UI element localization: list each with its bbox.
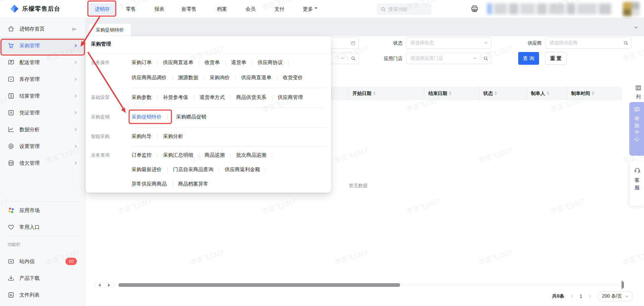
store-select[interactable]: 请选择应用门店 xyxy=(406,53,491,64)
sidebar-item-inventory[interactable]: 库存管理 xyxy=(0,71,86,88)
column-header-status[interactable]: 状态 xyxy=(479,87,497,100)
menu-item[interactable]: 采购分析 xyxy=(157,133,189,140)
menu-item[interactable]: 供应商返利金额 xyxy=(219,166,266,173)
sidebar-item-label: 站内信 xyxy=(19,258,35,265)
column-header-start-date[interactable]: 开始日期 xyxy=(348,87,376,100)
column-label: 开始日期 xyxy=(353,87,371,100)
menu-item[interactable]: 采购汇总明细 xyxy=(157,152,199,158)
collapse-sidebar-icon[interactable] xyxy=(71,26,77,32)
scroll-right-icon[interactable] xyxy=(108,284,112,287)
sidebar-item-delivery[interactable]: 配送管理 xyxy=(0,54,86,71)
printer-icon[interactable] xyxy=(470,4,479,13)
sidebar-item-purchase[interactable]: 采购管理 xyxy=(0,37,86,54)
menu-item[interactable]: 收货单 xyxy=(199,59,225,66)
menu-item[interactable]: 订单监控 xyxy=(131,152,157,158)
topnav-item-baobiao[interactable]: 报表 xyxy=(154,0,164,18)
menu-item[interactable]: 退货单 xyxy=(225,59,252,66)
menu-item[interactable]: 供应商协议 xyxy=(252,59,288,66)
sidebar-item-files[interactable]: 文件列表 xyxy=(0,287,86,303)
page-size-select[interactable]: 200 条/页 xyxy=(598,291,633,301)
sort-icon[interactable] xyxy=(373,90,376,97)
sidebar-item-downloads[interactable]: 产品下载 xyxy=(0,270,86,287)
search-icon[interactable] xyxy=(623,40,629,46)
sort-icon[interactable] xyxy=(494,90,497,97)
menu-item[interactable]: 批次商品追溯 xyxy=(230,152,272,158)
column-settings-tool[interactable]: 列 xyxy=(632,85,644,100)
store-placeholder: 请选择应用门店 xyxy=(406,55,473,61)
column-label: 结束日期 xyxy=(428,87,447,100)
query-button[interactable]: 查 询 xyxy=(518,52,539,65)
menu-item[interactable]: 采购向导 xyxy=(131,133,157,140)
heart-icon xyxy=(7,223,15,231)
column-header-create-time[interactable]: 制单时间 xyxy=(567,87,594,100)
scroll-left-icon[interactable] xyxy=(97,284,101,287)
sidebar-item-settlement[interactable]: $ 结算管理 xyxy=(0,88,86,104)
menu-item[interactable]: 补货参考值 xyxy=(157,94,194,101)
search-input[interactable] xyxy=(388,6,425,12)
search-icon[interactable] xyxy=(351,56,356,61)
sidebar: 进销存首页 采购管理 配送管理 库存管理 $ 结算管理 凭证管理 数据分析 设置… xyxy=(0,18,86,306)
menu-item[interactable]: 供应商商品调价 xyxy=(131,74,172,81)
sidebar-item-voucher[interactable]: 凭证管理 xyxy=(0,104,86,121)
sort-icon[interactable] xyxy=(547,90,549,97)
avatar[interactable] xyxy=(623,2,640,16)
topnav-item-more[interactable]: 更多 xyxy=(303,0,317,18)
topnav-item-huiyuan[interactable]: 会员 xyxy=(246,0,256,18)
column-header-creator[interactable]: 制单人 xyxy=(527,87,549,100)
menu-item[interactable]: 采购询价 xyxy=(204,74,235,81)
chevron-right-icon xyxy=(73,60,77,64)
menu-item[interactable]: 商品追溯 xyxy=(199,152,230,158)
sidebar-item-favorites[interactable]: 常用入口 xyxy=(0,219,86,236)
customer-service-button[interactable]: 客服 xyxy=(630,161,644,206)
hscrollbar[interactable] xyxy=(116,283,620,287)
sidebar-item-home[interactable]: 进销存首页 xyxy=(0,20,86,37)
sidebar-item-settings[interactable]: 设置管理 xyxy=(0,138,86,155)
menu-item-purchase-promo-special[interactable]: 采购促销特价 xyxy=(131,114,167,120)
hscroll-step-buttons[interactable] xyxy=(95,283,114,288)
status-select[interactable]: 请选择状态 xyxy=(406,37,491,49)
topnav-item-jinxiaocun[interactable]: 进销存 xyxy=(89,3,115,15)
reset-button[interactable]: 重 置 xyxy=(545,52,567,65)
topnav-item-xinlingshou[interactable]: 新零售 xyxy=(181,0,197,18)
sidebar-item-app-market[interactable]: 应用市场 xyxy=(0,202,86,219)
sidebar-item-messages[interactable]: 站内信 10 xyxy=(0,253,86,270)
menu-item[interactable]: 供应商直退单 xyxy=(235,74,277,81)
help-center-button[interactable]: 帮助中心 xyxy=(629,102,644,156)
menu-item[interactable]: 商品供货关系 xyxy=(230,94,272,101)
tab-purchase-promo-special[interactable]: 采购促销特价 xyxy=(89,24,131,36)
scroll-right-end-icon[interactable] xyxy=(622,282,625,288)
menu-item[interactable]: 异常供应商商品 xyxy=(131,181,172,187)
sort-icon[interactable] xyxy=(592,90,594,97)
current-page[interactable]: 1 xyxy=(580,294,582,299)
sidebar-item-analytics[interactable]: 数据分析 xyxy=(0,121,86,138)
column-label: 状态 xyxy=(483,87,493,100)
sort-icon[interactable] xyxy=(449,90,451,97)
next-page-icon[interactable] xyxy=(588,294,592,299)
chevron-down-icon[interactable] xyxy=(633,25,639,30)
home-icon xyxy=(7,25,15,33)
supplier-input[interactable]: 请选择供应商 xyxy=(545,37,632,49)
menu-item[interactable]: 采购赠品促销 xyxy=(167,114,212,120)
menu-item[interactable]: 供应商管理 xyxy=(272,94,309,101)
hscroll-thumb[interactable] xyxy=(118,283,400,287)
menu-item[interactable]: 采购参数 xyxy=(131,94,157,101)
divider xyxy=(131,107,326,108)
sidebar-item-debt[interactable]: 借欠管理 xyxy=(0,155,86,171)
menu-item[interactable]: 采购最新进价 xyxy=(131,166,167,173)
menu-item[interactable]: 采购订单 xyxy=(131,59,157,66)
topnav-item-zhifu[interactable]: 支付 xyxy=(274,0,284,18)
menu-item[interactable]: 门店自采商品查询 xyxy=(167,166,219,173)
prev-page-icon[interactable] xyxy=(570,294,574,299)
topnav-item-lingshou[interactable]: 零售 xyxy=(126,0,136,18)
search-icon[interactable] xyxy=(483,56,488,61)
menu-item[interactable]: 溯源数据 xyxy=(172,74,204,81)
function-search[interactable] xyxy=(377,3,431,15)
column-header-end-date[interactable]: 结束日期 xyxy=(424,87,451,100)
menu-item[interactable]: 商品档案异常 xyxy=(172,181,214,187)
column-label: 制单时间 xyxy=(571,87,590,100)
menu-item[interactable]: 收货变价 xyxy=(277,74,309,81)
menu-item[interactable]: 供应商直送单 xyxy=(157,59,199,66)
topnav-item-dangan[interactable]: 档案 xyxy=(217,0,227,18)
group-label-basic-settings: 基础设置 xyxy=(91,91,110,104)
menu-item[interactable]: 退货单方式 xyxy=(194,94,230,101)
